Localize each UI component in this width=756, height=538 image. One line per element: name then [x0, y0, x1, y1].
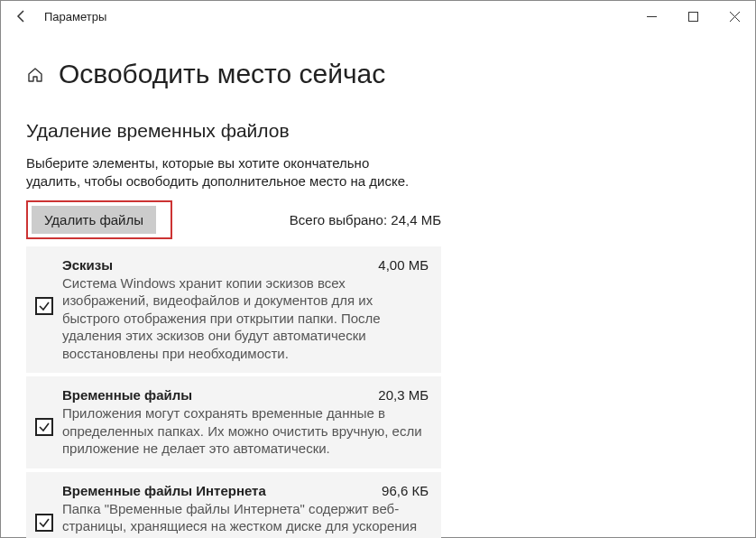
item-checkbox[interactable]	[35, 514, 53, 532]
item-header: Эскизы 4,00 МБ	[62, 257, 429, 273]
window-controls	[631, 2, 755, 31]
settings-window: Параметры Освободить место сейчас Удален…	[0, 0, 756, 538]
titlebar: Параметры	[1, 1, 755, 32]
list-item: Эскизы 4,00 МБ Система Windows хранит ко…	[26, 246, 441, 374]
page-title: Освободить место сейчас	[59, 59, 385, 89]
section-title: Удаление временных файлов	[26, 120, 730, 142]
item-description: Папка "Временные файлы Интернета" содерж…	[62, 500, 429, 539]
items-list: Эскизы 4,00 МБ Система Windows хранит ко…	[26, 246, 441, 539]
selected-total-label: Всего выбрано: 24,4 МБ	[290, 212, 441, 227]
item-header: Временные файлы Интернета 96,6 КБ	[62, 483, 429, 498]
page-header: Освободить место сейчас	[26, 59, 730, 89]
window-title: Параметры	[44, 10, 106, 23]
item-body: Временные файлы Интернета 96,6 КБ Папка …	[62, 483, 429, 539]
delete-button-highlight: Удалить файлы	[26, 200, 172, 239]
item-checkbox[interactable]	[35, 297, 53, 315]
home-icon[interactable]	[26, 66, 44, 88]
item-description: Приложения могут сохранять временные дан…	[62, 404, 429, 458]
content-area: Освободить место сейчас Удаление временн…	[1, 32, 755, 538]
item-size: 20,3 МБ	[378, 387, 429, 403]
item-body: Эскизы 4,00 МБ Система Windows хранит ко…	[62, 257, 429, 363]
item-header: Временные файлы 20,3 МБ	[62, 387, 429, 403]
item-title: Временные файлы	[62, 387, 192, 403]
back-button[interactable]	[8, 3, 35, 30]
item-size: 4,00 МБ	[378, 257, 429, 273]
item-title: Временные файлы Интернета	[62, 483, 266, 498]
close-button[interactable]	[714, 2, 755, 31]
delete-files-button[interactable]: Удалить файлы	[32, 206, 156, 234]
item-checkbox[interactable]	[35, 418, 53, 436]
item-body: Временные файлы 20,3 МБ Приложения могут…	[62, 387, 429, 458]
item-size: 96,6 КБ	[382, 483, 429, 498]
section-description: Выберите элементы, которые вы хотите око…	[26, 154, 423, 191]
list-item: Временные файлы 20,3 МБ Приложения могут…	[26, 376, 441, 468]
minimize-button[interactable]	[631, 2, 672, 31]
maximize-button[interactable]	[672, 2, 714, 31]
item-title: Эскизы	[62, 257, 113, 273]
list-item: Временные файлы Интернета 96,6 КБ Папка …	[26, 472, 441, 539]
item-description: Система Windows хранит копии эскизов все…	[62, 274, 429, 363]
action-row: Удалить файлы Всего выбрано: 24,4 МБ	[26, 200, 441, 239]
svg-rect-1	[688, 12, 697, 21]
